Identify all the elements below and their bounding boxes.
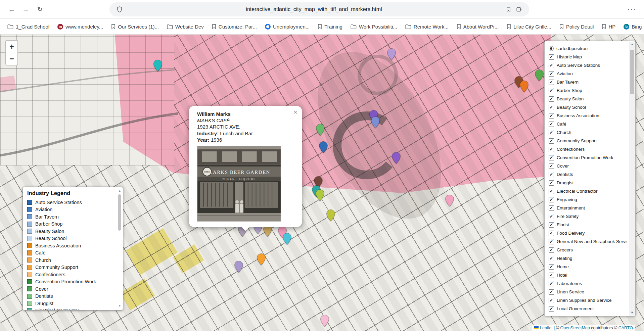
- overlay-toggle-row[interactable]: ✓Grocers: [548, 246, 627, 254]
- map-marker[interactable]: [319, 141, 328, 153]
- bookmark-item[interactable]: About WordPr...: [453, 22, 503, 32]
- add-favorite-bookmark-icon[interactable]: [503, 7, 514, 12]
- checkbox-checked-icon[interactable]: ✓: [549, 222, 554, 228]
- checkbox-checked-icon[interactable]: ✓: [549, 163, 554, 169]
- map-marker[interactable]: [371, 116, 380, 129]
- checkbox-checked-icon[interactable]: ✓: [549, 197, 554, 202]
- overlay-toggle-row[interactable]: ✓Food Delivery: [548, 229, 627, 237]
- bookmark-item[interactable]: Our Services (1)...: [107, 22, 163, 32]
- checkbox-checked-icon[interactable]: ✓: [549, 298, 554, 303]
- overlay-toggle-row[interactable]: ✓Engraving: [548, 195, 627, 204]
- overlay-toggle-row[interactable]: ✓General New and Scrapbook Service: [548, 237, 627, 246]
- bookmark-item[interactable]: HP: [598, 22, 619, 32]
- map-marker[interactable]: [282, 233, 292, 245]
- attribution-link[interactable]: CARTO: [618, 326, 633, 330]
- checkbox-checked-icon[interactable]: ✓: [549, 231, 554, 236]
- checkbox-checked-icon[interactable]: ✓: [549, 130, 554, 135]
- checkbox-checked-icon[interactable]: ✓: [549, 147, 554, 152]
- bookmark-item[interactable]: Work Possibiliti...: [347, 22, 401, 32]
- overlay-toggle-row[interactable]: ✓Church: [548, 128, 627, 137]
- overlay-toggle-row[interactable]: ✓Dentists: [548, 170, 627, 179]
- scroll-up-icon[interactable]: ▲: [118, 189, 122, 193]
- checkbox-checked-icon[interactable]: ✓: [549, 172, 554, 177]
- checkbox-checked-icon[interactable]: ✓: [549, 289, 554, 295]
- checkbox-checked-icon[interactable]: ✓: [549, 205, 554, 211]
- bookmark-item[interactable]: Policy Detail: [555, 22, 598, 32]
- map-marker[interactable]: [392, 152, 401, 164]
- attribution-link[interactable]: OpenStreetMap: [560, 326, 590, 330]
- overlay-toggle-row[interactable]: ✓Laboratories: [548, 279, 627, 288]
- overlay-toggle-row[interactable]: ✓Historic Map: [548, 53, 627, 61]
- url-text[interactable]: interactive_atlantic_city_map_with_tiff_…: [125, 6, 503, 12]
- radio-selected-icon[interactable]: [549, 46, 554, 51]
- checkbox-checked-icon[interactable]: ✓: [549, 113, 554, 119]
- overlay-toggle-row[interactable]: ✓Druggist: [548, 179, 627, 187]
- checkbox-checked-icon[interactable]: ✓: [549, 247, 554, 253]
- refresh-icon[interactable]: ↻: [33, 3, 47, 16]
- map-marker[interactable]: [519, 80, 529, 93]
- bookmark-item[interactable]: Remote Work...: [401, 22, 453, 32]
- scroll-up-icon[interactable]: ▲: [629, 42, 635, 47]
- checkbox-checked-icon[interactable]: ✓: [549, 189, 554, 194]
- overlay-toggle-row[interactable]: ✓Community Support: [548, 137, 627, 145]
- layers-scrollbar[interactable]: ▲ ▼: [629, 42, 635, 316]
- checkbox-checked-icon[interactable]: ✓: [549, 306, 554, 312]
- base-layer-radio-row[interactable]: cartodbpositron: [548, 44, 627, 53]
- map-marker[interactable]: [234, 261, 243, 273]
- checkbox-checked-icon[interactable]: ✓: [549, 88, 554, 93]
- bookmark-item[interactable]: mwww.mendeley...: [53, 22, 107, 32]
- overlay-toggle-row[interactable]: ✓Auto Service Stations: [548, 61, 627, 69]
- bookmark-item[interactable]: Website Dev: [163, 22, 208, 32]
- overlay-toggle-row[interactable]: ✓Hotel: [548, 271, 627, 279]
- checkbox-checked-icon[interactable]: ✓: [549, 155, 554, 160]
- map-marker[interactable]: [326, 209, 335, 222]
- overlay-toggle-row[interactable]: ✓Beauty School: [548, 103, 627, 111]
- back-icon[interactable]: ←: [5, 3, 19, 16]
- overlay-toggle-row[interactable]: ✓Aviation: [548, 69, 627, 78]
- bookmark-item[interactable]: Unemploymen...: [261, 22, 314, 32]
- checkbox-checked-icon[interactable]: ✓: [549, 281, 554, 286]
- overlay-toggle-row[interactable]: ✓Convention Promotion Work: [548, 153, 627, 162]
- overlay-toggle-row[interactable]: ✓Entertainment: [548, 204, 627, 212]
- checkbox-checked-icon[interactable]: ✓: [549, 80, 554, 85]
- map-marker[interactable]: [320, 315, 329, 327]
- layers-scroll-thumb[interactable]: [630, 50, 634, 94]
- browser-menu-icon[interactable]: ···: [624, 5, 639, 14]
- map-marker[interactable]: [445, 194, 454, 207]
- overlay-toggle-row[interactable]: ✓Confectioners: [548, 145, 627, 153]
- map-marker[interactable]: [535, 69, 544, 82]
- checkbox-checked-icon[interactable]: ✓: [549, 239, 554, 244]
- overlay-toggle-row[interactable]: ✓Beauty Salon: [548, 95, 627, 103]
- overlay-toggle-row[interactable]: ✓Café: [548, 120, 627, 128]
- overlay-toggle-row[interactable]: ✓Barber Shop: [548, 86, 627, 95]
- site-info-shield-icon[interactable]: [114, 6, 125, 12]
- overlay-toggle-row[interactable]: ✓Cover: [548, 162, 627, 170]
- bookmark-item[interactable]: Training: [314, 22, 347, 32]
- legend-scrollbar[interactable]: ▲ ▼: [118, 189, 122, 308]
- overlay-toggle-row[interactable]: ✓Home: [548, 263, 627, 271]
- checkbox-checked-icon[interactable]: ✓: [549, 256, 554, 261]
- checkbox-checked-icon[interactable]: ✓: [549, 63, 554, 68]
- checkbox-checked-icon[interactable]: ✓: [549, 180, 554, 186]
- checkbox-checked-icon[interactable]: ✓: [549, 264, 554, 270]
- bookmark-item[interactable]: bBing: [619, 22, 644, 32]
- checkbox-checked-icon[interactable]: ✓: [549, 122, 554, 127]
- scroll-down-icon[interactable]: ▼: [118, 304, 122, 308]
- overlay-toggle-row[interactable]: ✓Linen Supplies and Service: [548, 296, 627, 304]
- map-marker[interactable]: [316, 124, 325, 136]
- map-marker[interactable]: [387, 48, 396, 60]
- map-canvas[interactable]: + − Industry Legend Auto Service Station…: [0, 35, 644, 331]
- checkbox-checked-icon[interactable]: ✓: [549, 54, 554, 60]
- bookmark-item[interactable]: 1_Grad School: [3, 22, 53, 32]
- zoom-in-button[interactable]: +: [6, 41, 17, 53]
- forward-icon[interactable]: →: [19, 3, 33, 16]
- overlay-toggle-row[interactable]: ✓Heating: [548, 254, 627, 263]
- legend-scroll-thumb[interactable]: [118, 194, 121, 231]
- checkbox-checked-icon[interactable]: ✓: [549, 273, 554, 278]
- checkbox-checked-icon[interactable]: ✓: [549, 214, 554, 219]
- overlay-toggle-row[interactable]: ✓Fire Safety: [548, 212, 627, 221]
- zoom-out-button[interactable]: −: [6, 53, 17, 65]
- checkbox-checked-icon[interactable]: ✓: [549, 138, 554, 144]
- overlay-toggle-row[interactable]: ✓Electrical Contractor: [548, 187, 627, 195]
- map-marker[interactable]: [315, 189, 325, 201]
